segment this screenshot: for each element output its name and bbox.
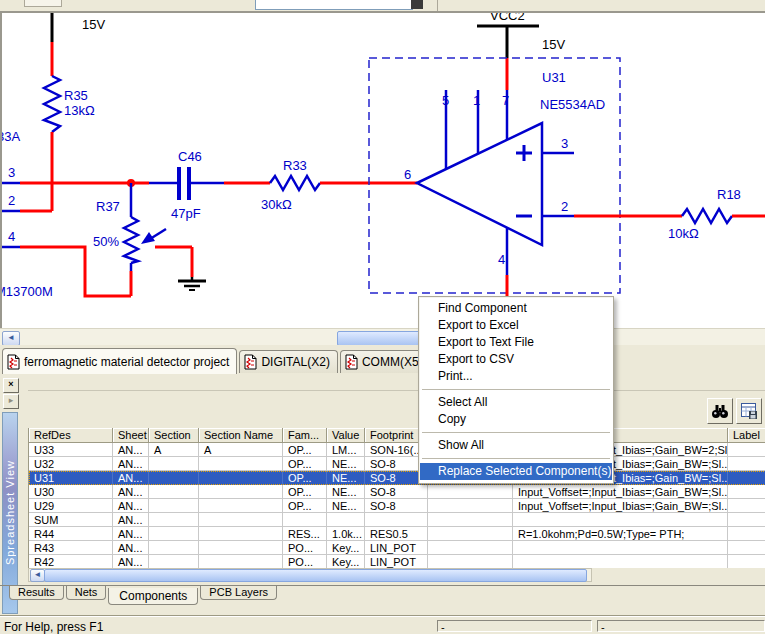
table-cell: OP... [283,457,327,471]
table-cell [428,513,513,527]
table-cell: RES... [283,527,327,541]
toolbar-button-partial[interactable] [24,0,62,7]
table-cell: NE... [327,499,365,513]
menu-item[interactable]: Select All [420,394,612,411]
table-row[interactable]: R44AN...RES...1.0k...RES0.5R=1.0kohm;Pd=… [29,527,765,541]
table-cell [728,499,765,513]
table-cell [728,555,765,568]
pin5-label: 5 [442,93,449,108]
scroll-left-button[interactable]: ◄ [30,569,45,582]
net-label-3: 3 [8,165,15,180]
schematic-hscrollbar[interactable]: ◄ [0,328,765,346]
table-row[interactable]: U33AN...AAOP...LM...SON-16(...Input_Voff… [29,443,765,457]
edge-label-m13700m: M13700M [2,284,53,299]
table-cell [149,485,199,499]
menu-item[interactable]: Copy [420,411,612,428]
view-tab-pcb-layers[interactable]: PCB Layers [200,586,277,600]
table-cell: AN... [113,443,149,457]
view-tab-components[interactable]: Components [108,588,198,605]
table-cell [365,513,428,527]
schematic-canvas[interactable]: 15V R35 13kΩ 33A 3 2 4 R37 50% M13700M C… [0,11,765,328]
status-pane-1: - [437,620,592,632]
table-cell: R=1.0kohm;Pd=0.5W;Type= PTH; [513,527,728,541]
u31-part-label: NE5534AD [540,97,605,112]
vcc2-label: VCC2 [490,13,525,23]
column-header[interactable]: Label [728,428,765,443]
table-row[interactable]: U31AN...OP...NE...SO-8Input_Voffset=;Inp… [29,471,765,485]
table-row[interactable]: SUMAN... [29,513,765,527]
menu-item[interactable]: Print... [420,368,612,385]
table-cell: OP... [283,499,327,513]
menu-separator [422,458,610,459]
capacitor-c46[interactable] [177,167,181,200]
view-tab-nets[interactable]: Nets [66,586,107,600]
table-cell [199,541,283,555]
table-cell: SO-8 [365,499,428,513]
pin6-label: 6 [404,167,411,182]
table-cell [428,555,513,568]
table-row[interactable]: U30AN...OP...NE...SO-8Input_Voffset=;Inp… [29,485,765,499]
table-cell [513,541,728,555]
menu-item[interactable]: Export to Text File [420,334,612,351]
capacitor-c46[interactable] [187,167,191,200]
close-panel-button[interactable]: × [3,378,19,393]
sheet-tab[interactable]: ferromagnetic material detector project [2,348,237,374]
grid-hscrollbar[interactable]: ◄ [28,568,592,582]
r37-ref-label: R37 [96,199,120,214]
column-header[interactable]: Value [327,428,365,443]
potentiometer-r37[interactable] [124,217,138,263]
resistor-r18[interactable] [682,209,732,223]
table-cell: U31 [29,471,113,485]
view-tab-results[interactable]: Results [9,586,64,600]
opamp-u31[interactable] [417,123,542,245]
menu-item[interactable]: Show All [420,437,612,454]
sheet-tab[interactable]: DIGITAL(X2) [239,350,337,373]
resistor-r33[interactable] [270,176,320,190]
export-button[interactable] [736,398,762,424]
bottom-tab-row: ResultsNetsComponentsPCB Layers [0,586,765,608]
table-cell: OP... [283,485,327,499]
r35-value-label: 13kΩ [64,103,95,118]
find-button[interactable] [707,398,733,424]
sheet-tab-row: ferromagnetic material detector projectD… [0,345,765,375]
menu-item[interactable]: Export to Excel [420,317,612,334]
menu-item[interactable]: Replace Selected Component(s) [420,463,612,480]
table-cell: SUM [29,513,113,527]
column-header[interactable]: Fam... [283,428,327,443]
menu-item[interactable]: Find Component [420,300,612,317]
table-row[interactable]: U29AN...OP...NE...SO-8Input_Voffset=;Inp… [29,499,765,513]
table-cell [513,555,728,568]
table-cell: PO... [283,541,327,555]
resistor-r35[interactable] [44,76,60,132]
column-header[interactable]: Section [149,428,199,443]
collapse-panel-button[interactable]: ▸ [3,394,19,409]
table-cell [728,485,765,499]
scrollbar-thumb[interactable] [44,569,587,582]
menu-item[interactable]: Export to CSV [420,351,612,368]
column-header[interactable]: Sheet [113,428,149,443]
table-cell [728,513,765,527]
toolbar-combobox-partial[interactable] [255,0,413,10]
spreadsheet-view-vertical-tab[interactable]: Spreadsheet View [2,412,18,614]
table-row[interactable]: R43AN...PO...Key...LIN_POT [29,541,765,555]
table-cell: A [149,443,199,457]
sheet-tab-label: COMM(X5) [362,355,423,369]
menu-separator [422,432,610,433]
sheet-tab[interactable]: COMM(X5) [340,350,431,373]
table-cell [199,471,283,485]
supply-label: 15V [542,37,565,52]
table-cell: AN... [113,485,149,499]
table-cell: Input_Voffset=;Input_Ibias=;Gain_BW=;Sl.… [513,485,728,499]
table-row[interactable]: U32AN...OP...NE...SO-8Input_Voffset=;Inp… [29,457,765,471]
application-window: 15V R35 13kΩ 33A 3 2 4 R37 50% M13700M C… [0,0,765,634]
column-header[interactable]: RefDes [29,428,113,443]
r37-value-label: 50% [93,234,119,249]
panel-title: Spreadsheet View [4,460,16,565]
table-cell: R43 [29,541,113,555]
r33-value-label: 30kΩ [261,197,292,212]
scroll-left-button[interactable]: ◄ [2,331,20,346]
column-header[interactable]: Section Name [199,428,283,443]
table-row[interactable]: R42AN...PO...Key...LIN_POT [29,555,765,568]
combobox-dropdown-icon[interactable] [411,0,423,9]
table-cell [199,555,283,568]
